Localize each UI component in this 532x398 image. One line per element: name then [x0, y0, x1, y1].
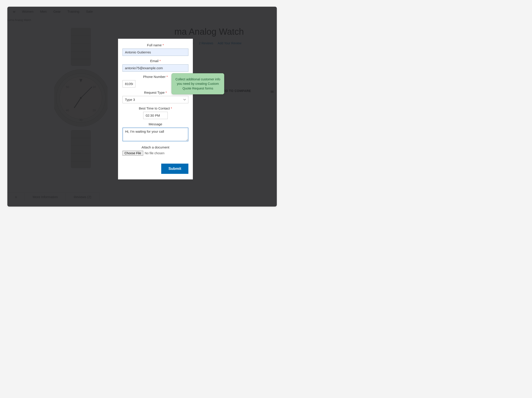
info-tooltip: Collect additional customer info you nee… [171, 73, 224, 94]
email-label: Email * [122, 59, 188, 63]
phone-input[interactable] [122, 80, 135, 87]
file-status: No file chosen [145, 151, 165, 155]
full-name-label: Full name * [122, 43, 188, 47]
attach-label: Attach a document [122, 145, 188, 149]
message-textarea[interactable] [122, 128, 188, 141]
submit-button[interactable]: Submit [161, 164, 188, 174]
quote-request-modal: Full name * Email * Phone Number * Reque… [118, 39, 193, 179]
message-label: Message [122, 122, 188, 126]
best-time-input[interactable] [143, 112, 168, 119]
page-container: w Women Men Gear Training Sale Luma Anal… [7, 7, 277, 206]
email-input[interactable] [122, 64, 188, 72]
choose-file-button[interactable]: Choose File [122, 151, 143, 155]
full-name-input[interactable] [122, 49, 188, 56]
best-time-label: Best Time to Contact * [122, 106, 188, 110]
request-type-select[interactable]: Type 3 [122, 96, 188, 103]
